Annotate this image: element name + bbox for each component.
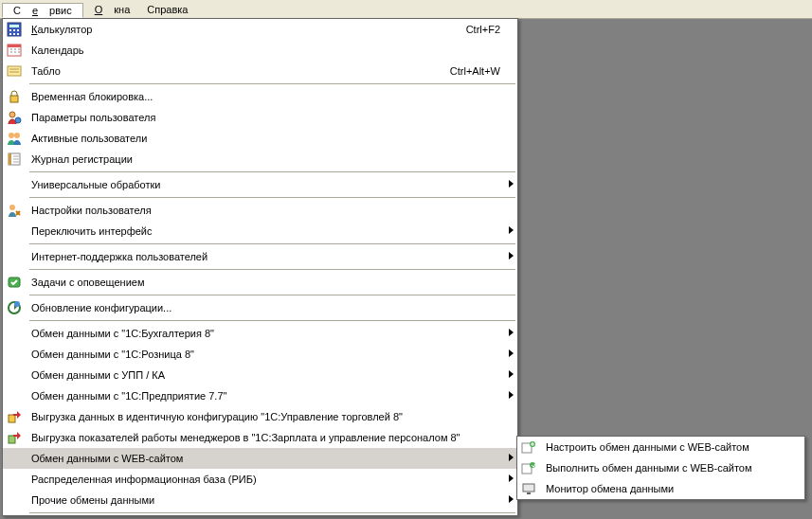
menu-label: Калькулятор: [26, 24, 466, 35]
menu-separator: [29, 269, 515, 270]
menu-help[interactable]: Справка: [141, 2, 193, 17]
menu-separator: [29, 295, 515, 295]
menu-item-active-users[interactable]: Активные пользователи: [3, 128, 517, 149]
journal-icon: [3, 149, 26, 170]
submenu-arrow-icon: [509, 454, 514, 461]
menu-item-reg-journal[interactable]: Журнал регистрации: [3, 149, 517, 170]
svg-point-17: [9, 133, 14, 138]
submenu-arrow-icon: [509, 370, 514, 378]
menu-label: Обмен данными с "1С:Предприятие 7.7": [26, 390, 504, 402]
menu-item-export-mgr[interactable]: Выгрузка показателей работы менеджеров в…: [3, 427, 517, 448]
submenu-label: Монитор обмена данными: [540, 483, 791, 494]
menu-label: Прочие обмены данными: [26, 494, 504, 506]
active-users-icon: [3, 128, 26, 149]
menu-item-internet-support[interactable]: Интернет-поддержка пользователей: [3, 246, 517, 267]
menu-item-user-params[interactable]: Параметры пользователя: [3, 107, 517, 128]
menu-label: Обмен данными с "1С:Бухгалтерия 8": [26, 328, 504, 339]
menu-item-switch-interface[interactable]: Переключить интерфейс: [3, 221, 517, 242]
menu-separator: [29, 83, 515, 84]
menu-item-dist-base[interactable]: Распределенная информационная база (РИБ): [3, 469, 517, 490]
submenu-arrow-icon: [509, 329, 514, 336]
submenu-arrow-icon: [509, 495, 514, 503]
svg-point-15: [9, 112, 15, 117]
calculator-icon: [3, 19, 26, 40]
menu-item-config-update[interactable]: Обновление конфигурации...: [3, 297, 517, 318]
tablo-icon: [3, 61, 26, 81]
svg-rect-20: [9, 153, 11, 165]
menu-label: Переключить интерфейс: [26, 225, 504, 237]
update-icon: [3, 297, 26, 318]
svg-rect-8: [9, 33, 11, 35]
monitor-icon: [517, 478, 540, 499]
export-icon: [3, 406, 26, 427]
menu-item-export-ut[interactable]: Выгрузка данных в идентичную конфигураци…: [3, 406, 517, 427]
tasks-icon: [3, 272, 26, 293]
menu-separator: [29, 197, 515, 198]
svg-rect-7: [17, 29, 19, 31]
menu-item-exchange-upp[interactable]: Обмен данными с УПП / КА: [3, 365, 517, 385]
menu-label: Распределенная информационная база (РИБ): [26, 474, 504, 485]
submenu-arrow-icon: [509, 226, 514, 234]
submenu-label: Настроить обмен данными с WEB-сайтом: [540, 441, 791, 453]
configure-exchange-icon: [517, 437, 540, 457]
menu-item-temp-lock[interactable]: Временная блокировка...: [3, 86, 517, 107]
svg-rect-25: [9, 415, 15, 422]
menu-label: Журнал регистрации: [26, 153, 504, 165]
menu-item-tablo[interactable]: Табло Ctrl+Alt+W: [3, 61, 517, 81]
menu-item-user-settings[interactable]: Настройки пользователя: [3, 200, 517, 221]
menu-item-tasks-notif[interactable]: Задачи с оповещением: [3, 272, 517, 293]
menu-item-calculator[interactable]: Калькулятор Ctrl+F2: [3, 19, 517, 40]
svg-rect-4: [9, 25, 19, 27]
svg-rect-32: [527, 492, 531, 494]
menu-windows[interactable]: Окна: [83, 2, 142, 17]
svg-point-24: [14, 301, 20, 307]
user-settings-icon: [3, 200, 26, 221]
menu-label: Интернет-поддержка пользователей: [26, 251, 504, 262]
menu-item-other-exchanges[interactable]: Прочие обмены данными: [3, 490, 517, 510]
submenu-arrow-icon: [509, 349, 514, 357]
menu-label: Обмен данными с УПП / КА: [26, 369, 504, 381]
submenu-label: Выполнить обмен данными с WEB-сайтом: [540, 462, 791, 474]
menu-label: Активные пользователи: [26, 133, 504, 144]
menu-item-universal-proc[interactable]: Универсальные обработки: [3, 174, 517, 195]
menu-label: Календарь: [26, 45, 504, 56]
submenu-arrow-icon: [509, 391, 514, 399]
menu-item-exchange-roz[interactable]: Обмен данными с "1С:Розница 8": [3, 344, 517, 365]
svg-point-18: [14, 133, 20, 138]
service-dropdown: Калькулятор Ctrl+F2 Календарь Табло Ctrl…: [2, 18, 518, 516]
svg-rect-12: [8, 45, 21, 47]
user-params-icon: [3, 107, 26, 128]
menu-label: Выгрузка показателей работы менеджеров в…: [26, 432, 504, 443]
svg-rect-5: [9, 29, 11, 31]
menu-shortcut: Ctrl+F2: [466, 24, 504, 35]
menu-item-exchange-buh[interactable]: Обмен данными с "1С:Бухгалтерия 8": [3, 323, 517, 344]
menu-service[interactable]: Сервис: [2, 3, 83, 18]
svg-rect-14: [10, 96, 18, 102]
menu-shortcut: Ctrl+Alt+W: [450, 65, 504, 77]
svg-point-21: [9, 205, 15, 210]
submenu-item-configure[interactable]: Настроить обмен данными с WEB-сайтом: [517, 437, 804, 457]
menu-label: Обмен данными с WEB-сайтом: [26, 453, 504, 464]
menu-separator: [29, 243, 515, 244]
menu-separator: [29, 512, 515, 513]
menu-label: Настройки пользователя: [26, 205, 504, 216]
menu-label: Табло: [26, 65, 450, 77]
menu-item-calendar[interactable]: Календарь: [3, 40, 517, 61]
menu-label: Временная блокировка...: [26, 91, 504, 102]
menu-item-exchange-pred[interactable]: Обмен данными с "1С:Предприятие 7.7": [3, 385, 517, 406]
web-exchange-submenu: Настроить обмен данными с WEB-сайтом Вып…: [516, 436, 805, 500]
submenu-item-monitor[interactable]: Монитор обмена данными: [517, 478, 804, 499]
menu-label: Задачи с оповещением: [26, 277, 504, 288]
submenu-item-execute[interactable]: Выполнить обмен данными с WEB-сайтом: [517, 457, 804, 478]
svg-rect-26: [9, 436, 15, 443]
svg-point-16: [15, 117, 21, 123]
svg-rect-10: [17, 33, 19, 35]
menubar: Сервис Окна Справка: [0, 0, 812, 19]
svg-rect-31: [523, 484, 534, 492]
menu-label: Обновление конфигурации...: [26, 302, 504, 313]
export-mgr-icon: [3, 427, 26, 448]
menu-label: Параметры пользователя: [26, 112, 504, 123]
menu-item-exchange-web[interactable]: Обмен данными с WEB-сайтом: [3, 448, 517, 469]
execute-exchange-icon: [517, 457, 540, 478]
menu-separator: [29, 171, 515, 172]
